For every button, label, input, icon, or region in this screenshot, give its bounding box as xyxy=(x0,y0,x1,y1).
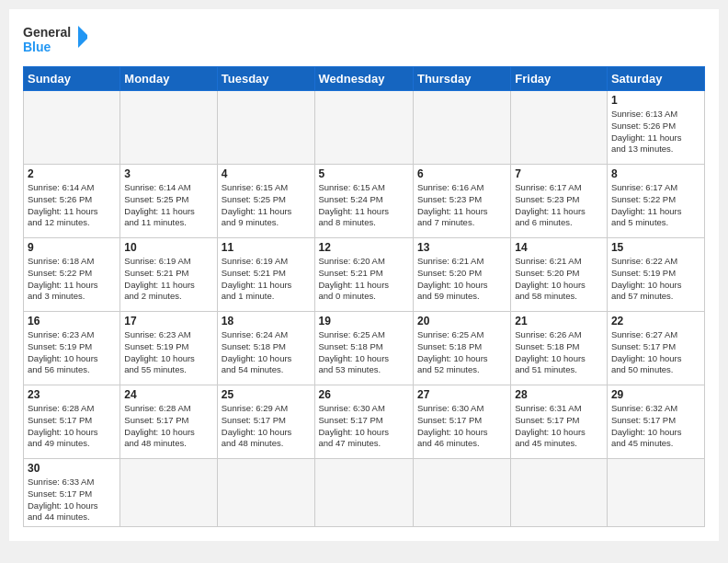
calendar-cell: 4Sunrise: 6:15 AM Sunset: 5:25 PM Daylig… xyxy=(217,165,314,238)
day-number: 18 xyxy=(222,315,311,327)
page-header: General Blue xyxy=(23,18,705,59)
day-number: 28 xyxy=(515,388,603,401)
day-number: 26 xyxy=(319,388,409,401)
calendar-cell: 2Sunrise: 6:14 AM Sunset: 5:26 PM Daylig… xyxy=(24,165,120,238)
day-info: Sunrise: 6:13 AM Sunset: 5:26 PM Dayligh… xyxy=(611,109,700,155)
calendar-cell: 24Sunrise: 6:28 AM Sunset: 5:17 PM Dayli… xyxy=(120,385,217,459)
calendar-cell xyxy=(314,91,413,165)
day-number: 22 xyxy=(611,315,700,327)
calendar-cell: 26Sunrise: 6:30 AM Sunset: 5:17 PM Dayli… xyxy=(314,385,413,459)
calendar-cell: 18Sunrise: 6:24 AM Sunset: 5:18 PM Dayli… xyxy=(217,312,314,385)
calendar-header-row: SundayMondayTuesdayWednesdayThursdayFrid… xyxy=(24,67,705,91)
calendar-header-monday: Monday xyxy=(120,67,217,91)
calendar-cell xyxy=(413,91,510,165)
day-info: Sunrise: 6:25 AM Sunset: 5:18 PM Dayligh… xyxy=(417,329,506,376)
day-number: 11 xyxy=(222,241,311,254)
calendar-cell: 21Sunrise: 6:26 AM Sunset: 5:18 PM Dayli… xyxy=(511,312,608,385)
day-number: 12 xyxy=(319,241,409,254)
calendar-cell xyxy=(607,459,704,527)
calendar-cell: 1Sunrise: 6:13 AM Sunset: 5:26 PM Daylig… xyxy=(607,91,704,165)
calendar-cell xyxy=(24,91,120,165)
calendar-cell xyxy=(511,91,608,165)
calendar-cell xyxy=(511,459,608,527)
calendar-cell: 28Sunrise: 6:31 AM Sunset: 5:17 PM Dayli… xyxy=(511,385,608,459)
day-number: 23 xyxy=(28,388,116,401)
day-info: Sunrise: 6:33 AM Sunset: 5:17 PM Dayligh… xyxy=(28,477,116,523)
calendar-cell: 20Sunrise: 6:25 AM Sunset: 5:18 PM Dayli… xyxy=(413,312,510,385)
calendar-cell: 5Sunrise: 6:15 AM Sunset: 5:24 PM Daylig… xyxy=(314,165,413,238)
day-info: Sunrise: 6:18 AM Sunset: 5:22 PM Dayligh… xyxy=(28,256,116,303)
day-info: Sunrise: 6:17 AM Sunset: 5:23 PM Dayligh… xyxy=(515,182,603,229)
day-info: Sunrise: 6:22 AM Sunset: 5:19 PM Dayligh… xyxy=(611,256,700,303)
calendar-cell: 17Sunrise: 6:23 AM Sunset: 5:19 PM Dayli… xyxy=(120,312,217,385)
calendar-cell: 25Sunrise: 6:29 AM Sunset: 5:17 PM Dayli… xyxy=(217,385,314,459)
day-number: 6 xyxy=(417,167,506,180)
day-info: Sunrise: 6:19 AM Sunset: 5:21 PM Dayligh… xyxy=(222,256,311,303)
day-number: 8 xyxy=(611,167,700,180)
day-number: 16 xyxy=(28,315,116,327)
day-info: Sunrise: 6:14 AM Sunset: 5:25 PM Dayligh… xyxy=(124,182,212,229)
day-info: Sunrise: 6:15 AM Sunset: 5:25 PM Dayligh… xyxy=(222,182,311,229)
generalblue-logo: General Blue xyxy=(23,18,87,59)
calendar-cell: 13Sunrise: 6:21 AM Sunset: 5:20 PM Dayli… xyxy=(413,238,510,312)
day-info: Sunrise: 6:32 AM Sunset: 5:17 PM Dayligh… xyxy=(611,403,700,450)
calendar-cell: 12Sunrise: 6:20 AM Sunset: 5:21 PM Dayli… xyxy=(314,238,413,312)
calendar-header-sunday: Sunday xyxy=(24,67,120,91)
day-info: Sunrise: 6:23 AM Sunset: 5:19 PM Dayligh… xyxy=(28,329,116,376)
day-info: Sunrise: 6:24 AM Sunset: 5:18 PM Dayligh… xyxy=(222,329,311,376)
calendar-cell xyxy=(413,459,510,527)
logo: General Blue xyxy=(23,18,87,59)
day-info: Sunrise: 6:17 AM Sunset: 5:22 PM Dayligh… xyxy=(611,182,700,229)
day-number: 17 xyxy=(124,315,212,327)
calendar-header-friday: Friday xyxy=(511,67,608,91)
day-number: 10 xyxy=(124,241,212,254)
day-info: Sunrise: 6:20 AM Sunset: 5:21 PM Dayligh… xyxy=(319,256,409,303)
calendar-header-saturday: Saturday xyxy=(607,67,704,91)
calendar-cell: 6Sunrise: 6:16 AM Sunset: 5:23 PM Daylig… xyxy=(413,165,510,238)
calendar-cell: 3Sunrise: 6:14 AM Sunset: 5:25 PM Daylig… xyxy=(120,165,217,238)
day-info: Sunrise: 6:23 AM Sunset: 5:19 PM Dayligh… xyxy=(124,329,212,376)
day-number: 27 xyxy=(417,388,506,401)
day-number: 29 xyxy=(611,388,700,401)
calendar-cell: 19Sunrise: 6:25 AM Sunset: 5:18 PM Dayli… xyxy=(314,312,413,385)
day-info: Sunrise: 6:27 AM Sunset: 5:17 PM Dayligh… xyxy=(611,329,700,376)
day-info: Sunrise: 6:29 AM Sunset: 5:17 PM Dayligh… xyxy=(222,403,311,450)
day-number: 14 xyxy=(515,241,603,254)
day-info: Sunrise: 6:16 AM Sunset: 5:23 PM Dayligh… xyxy=(417,182,506,229)
day-number: 15 xyxy=(611,241,700,254)
day-number: 3 xyxy=(124,167,212,180)
day-number: 25 xyxy=(222,388,311,401)
calendar-cell: 30Sunrise: 6:33 AM Sunset: 5:17 PM Dayli… xyxy=(24,459,120,527)
day-info: Sunrise: 6:19 AM Sunset: 5:21 PM Dayligh… xyxy=(124,256,212,303)
day-info: Sunrise: 6:28 AM Sunset: 5:17 PM Dayligh… xyxy=(28,403,116,450)
day-number: 7 xyxy=(515,167,603,180)
calendar-cell: 29Sunrise: 6:32 AM Sunset: 5:17 PM Dayli… xyxy=(607,385,704,459)
day-info: Sunrise: 6:15 AM Sunset: 5:24 PM Dayligh… xyxy=(319,182,409,229)
calendar-cell xyxy=(120,459,217,527)
day-number: 13 xyxy=(417,241,506,254)
day-number: 5 xyxy=(319,167,409,180)
day-info: Sunrise: 6:14 AM Sunset: 5:26 PM Dayligh… xyxy=(28,182,116,229)
calendar-cell: 23Sunrise: 6:28 AM Sunset: 5:17 PM Dayli… xyxy=(24,385,120,459)
calendar-cell: 8Sunrise: 6:17 AM Sunset: 5:22 PM Daylig… xyxy=(607,165,704,238)
calendar-cell xyxy=(120,91,217,165)
calendar-header-thursday: Thursday xyxy=(413,67,510,91)
day-info: Sunrise: 6:25 AM Sunset: 5:18 PM Dayligh… xyxy=(319,329,409,376)
calendar-cell: 10Sunrise: 6:19 AM Sunset: 5:21 PM Dayli… xyxy=(120,238,217,312)
calendar-cell: 27Sunrise: 6:30 AM Sunset: 5:17 PM Dayli… xyxy=(413,385,510,459)
day-number: 4 xyxy=(222,167,311,180)
day-number: 1 xyxy=(611,94,700,107)
svg-text:General: General xyxy=(23,25,71,40)
day-info: Sunrise: 6:30 AM Sunset: 5:17 PM Dayligh… xyxy=(417,403,506,450)
day-number: 2 xyxy=(28,167,116,180)
svg-marker-2 xyxy=(78,26,87,48)
calendar-cell: 16Sunrise: 6:23 AM Sunset: 5:19 PM Dayli… xyxy=(24,312,120,385)
day-number: 21 xyxy=(515,315,603,327)
day-info: Sunrise: 6:30 AM Sunset: 5:17 PM Dayligh… xyxy=(319,403,409,450)
day-info: Sunrise: 6:26 AM Sunset: 5:18 PM Dayligh… xyxy=(515,329,603,376)
calendar-table: SundayMondayTuesdayWednesdayThursdayFrid… xyxy=(23,66,705,527)
calendar-cell xyxy=(217,459,314,527)
calendar-cell: 14Sunrise: 6:21 AM Sunset: 5:20 PM Dayli… xyxy=(511,238,608,312)
svg-text:Blue: Blue xyxy=(23,40,51,54)
day-number: 20 xyxy=(417,315,506,327)
